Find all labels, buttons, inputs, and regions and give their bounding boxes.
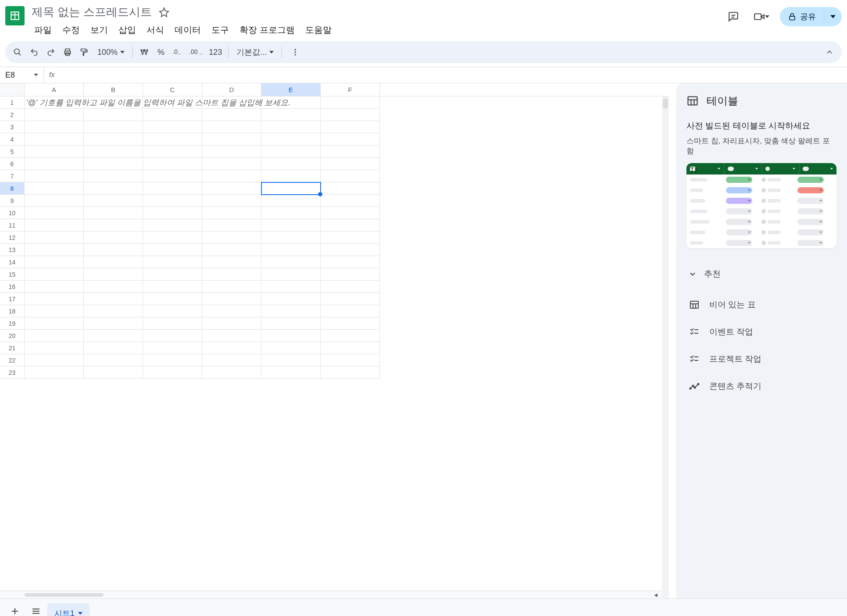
cell-D21[interactable] bbox=[202, 342, 261, 354]
table-preview[interactable]: Tт bbox=[686, 163, 836, 248]
cell-E16[interactable] bbox=[261, 281, 321, 293]
cell-B2[interactable] bbox=[84, 109, 143, 121]
cell-B11[interactable] bbox=[84, 219, 143, 231]
cell-C12[interactable] bbox=[143, 231, 202, 244]
row-header-6[interactable]: 6 bbox=[0, 158, 25, 170]
cell-F2[interactable] bbox=[321, 109, 380, 121]
cell-A22[interactable] bbox=[25, 354, 84, 367]
cell-C21[interactable] bbox=[143, 342, 202, 354]
cell-F9[interactable] bbox=[321, 195, 380, 207]
cell-E23[interactable] bbox=[261, 367, 321, 379]
cell-E13[interactable] bbox=[261, 244, 321, 256]
document-title[interactable]: 제목 없는 스프레드시트 bbox=[30, 4, 154, 21]
cell-B23[interactable] bbox=[84, 367, 143, 379]
cell-C14[interactable] bbox=[143, 256, 202, 268]
row-header-12[interactable]: 12 bbox=[0, 231, 25, 244]
cell-B10[interactable] bbox=[84, 207, 143, 219]
more-button[interactable] bbox=[287, 44, 303, 60]
cell-B19[interactable] bbox=[84, 317, 143, 330]
cell-D9[interactable] bbox=[202, 195, 261, 207]
cell-A4[interactable] bbox=[25, 133, 84, 146]
cell-D11[interactable] bbox=[202, 219, 261, 231]
cell-F3[interactable] bbox=[321, 121, 380, 133]
cell-F4[interactable] bbox=[321, 133, 380, 146]
cell-A23[interactable] bbox=[25, 367, 84, 379]
cell-D15[interactable] bbox=[202, 268, 261, 281]
cell-B22[interactable] bbox=[84, 354, 143, 367]
cell-D4[interactable] bbox=[202, 133, 261, 146]
cell-C4[interactable] bbox=[143, 133, 202, 146]
row-header-4[interactable]: 4 bbox=[0, 133, 25, 146]
cell-F7[interactable] bbox=[321, 170, 380, 182]
horizontal-scroll-thumb[interactable] bbox=[25, 593, 104, 597]
cell-B16[interactable] bbox=[84, 281, 143, 293]
search-button[interactable] bbox=[10, 44, 25, 60]
cell-E17[interactable] bbox=[261, 293, 321, 305]
all-sheets-button[interactable] bbox=[26, 602, 46, 616]
row-header-20[interactable]: 20 bbox=[0, 330, 25, 342]
cell-B8[interactable] bbox=[84, 182, 143, 195]
sheet-tab-active[interactable]: 시트1 bbox=[47, 603, 89, 616]
cell-C2[interactable] bbox=[143, 109, 202, 121]
cell-A10[interactable] bbox=[25, 207, 84, 219]
cell-D8[interactable] bbox=[202, 182, 261, 195]
cell-A19[interactable] bbox=[25, 317, 84, 330]
row-header-18[interactable]: 18 bbox=[0, 305, 25, 317]
panel-option-0[interactable]: 비어 있는 표 bbox=[686, 291, 836, 318]
column-header-E[interactable]: E bbox=[261, 83, 321, 96]
row-header-19[interactable]: 19 bbox=[0, 317, 25, 330]
formula-input[interactable] bbox=[60, 67, 847, 83]
row-header-2[interactable]: 2 bbox=[0, 109, 25, 121]
menu-file[interactable]: 파일 bbox=[30, 22, 56, 38]
cell-B13[interactable] bbox=[84, 244, 143, 256]
cell-C5[interactable] bbox=[143, 146, 202, 158]
percent-button[interactable]: % bbox=[153, 44, 169, 60]
cell-C7[interactable] bbox=[143, 170, 202, 182]
row-header-5[interactable]: 5 bbox=[0, 146, 25, 158]
cell-D3[interactable] bbox=[202, 121, 261, 133]
cell-E12[interactable] bbox=[261, 231, 321, 244]
cell-C3[interactable] bbox=[143, 121, 202, 133]
cell-D12[interactable] bbox=[202, 231, 261, 244]
row-header-11[interactable]: 11 bbox=[0, 219, 25, 231]
cell-D7[interactable] bbox=[202, 170, 261, 182]
menu-tools[interactable]: 도구 bbox=[207, 22, 233, 38]
cell-C9[interactable] bbox=[143, 195, 202, 207]
increase-decimal-button[interactable]: .00→ bbox=[186, 44, 205, 60]
row-header-13[interactable]: 13 bbox=[0, 244, 25, 256]
row-header-14[interactable]: 14 bbox=[0, 256, 25, 268]
row-header-17[interactable]: 17 bbox=[0, 293, 25, 305]
cell-A3[interactable] bbox=[25, 121, 84, 133]
cell-F11[interactable] bbox=[321, 219, 380, 231]
cell-E22[interactable] bbox=[261, 354, 321, 367]
cell-B20[interactable] bbox=[84, 330, 143, 342]
cell-C6[interactable] bbox=[143, 158, 202, 170]
cell-D17[interactable] bbox=[202, 293, 261, 305]
column-header-F[interactable]: F bbox=[321, 83, 380, 96]
cell-A7[interactable] bbox=[25, 170, 84, 182]
cell-A9[interactable] bbox=[25, 195, 84, 207]
cell-B3[interactable] bbox=[84, 121, 143, 133]
cell-B7[interactable] bbox=[84, 170, 143, 182]
cell-F16[interactable] bbox=[321, 281, 380, 293]
column-header-B[interactable]: B bbox=[84, 83, 143, 96]
cell-F10[interactable] bbox=[321, 207, 380, 219]
cell-D13[interactable] bbox=[202, 244, 261, 256]
cell-A2[interactable] bbox=[25, 109, 84, 121]
cell-B5[interactable] bbox=[84, 146, 143, 158]
cell-F13[interactable] bbox=[321, 244, 380, 256]
cell-F6[interactable] bbox=[321, 158, 380, 170]
currency-button[interactable]: ₩ bbox=[136, 44, 152, 60]
cell-F1[interactable] bbox=[321, 96, 380, 109]
cell-E4[interactable] bbox=[261, 133, 321, 146]
cell-C16[interactable] bbox=[143, 281, 202, 293]
menu-format[interactable]: 서식 bbox=[142, 22, 168, 38]
cell-A21[interactable] bbox=[25, 342, 84, 354]
cell-A16[interactable] bbox=[25, 281, 84, 293]
cell-F19[interactable] bbox=[321, 317, 380, 330]
cell-D22[interactable] bbox=[202, 354, 261, 367]
cell-D20[interactable] bbox=[202, 330, 261, 342]
cell-F21[interactable] bbox=[321, 342, 380, 354]
cell-E3[interactable] bbox=[261, 121, 321, 133]
row-header-3[interactable]: 3 bbox=[0, 121, 25, 133]
